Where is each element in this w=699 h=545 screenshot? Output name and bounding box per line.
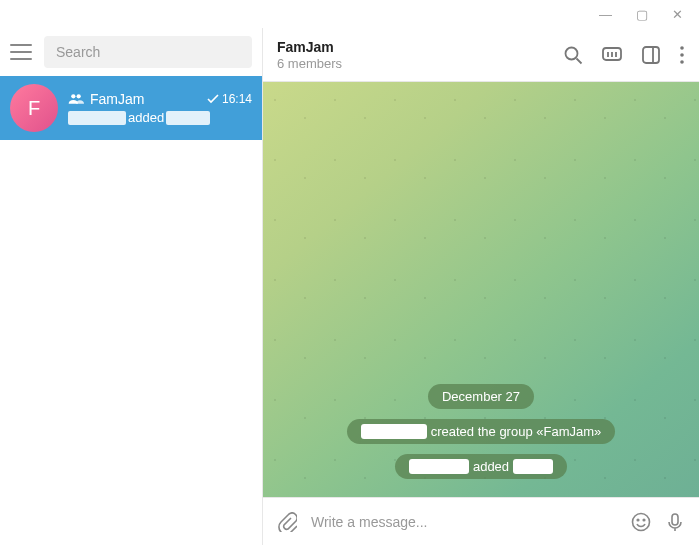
- chat-preview: added: [68, 110, 252, 125]
- window-maximize[interactable]: ▢: [636, 7, 648, 22]
- message-area: December 27 created the group «FamJam» a…: [263, 82, 699, 497]
- svg-point-9: [637, 519, 639, 521]
- redacted-name: [513, 459, 553, 474]
- svg-point-2: [566, 47, 578, 59]
- avatar: F: [10, 84, 58, 132]
- chat-item-famjam[interactable]: F FamJam 16:14 added: [0, 76, 262, 140]
- chat-list: F FamJam 16:14 added: [0, 76, 262, 545]
- composer: Write a message...: [263, 497, 699, 545]
- svg-point-7: [680, 60, 684, 64]
- svg-rect-11: [672, 514, 678, 525]
- window-minimize[interactable]: —: [599, 7, 612, 22]
- streaming-icon[interactable]: [601, 45, 623, 65]
- redacted-name: [166, 111, 210, 125]
- voice-icon[interactable]: [665, 512, 685, 532]
- search-icon[interactable]: [563, 45, 583, 65]
- more-icon[interactable]: [679, 45, 685, 65]
- chat-title: FamJam: [277, 39, 563, 55]
- search-input[interactable]: Search: [44, 36, 252, 68]
- message-input[interactable]: Write a message...: [311, 514, 617, 530]
- redacted-name: [68, 111, 126, 125]
- redacted-name: [361, 424, 427, 439]
- chat-header: FamJam 6 members: [263, 28, 699, 82]
- service-message-created: created the group «FamJam»: [347, 419, 616, 444]
- chat-header-info[interactable]: FamJam 6 members: [277, 39, 563, 71]
- attach-icon[interactable]: [277, 512, 297, 532]
- window-close[interactable]: ✕: [672, 7, 683, 22]
- group-icon: [68, 93, 84, 105]
- chat-name: FamJam: [90, 91, 144, 107]
- svg-point-10: [643, 519, 645, 521]
- svg-point-1: [77, 94, 81, 98]
- window-titlebar: — ▢ ✕: [0, 0, 699, 28]
- menu-icon[interactable]: [10, 44, 32, 60]
- check-icon: [207, 94, 219, 104]
- date-separator: December 27: [428, 384, 534, 409]
- svg-point-8: [633, 513, 650, 530]
- service-message-added: added: [395, 454, 567, 479]
- svg-rect-4: [643, 47, 659, 63]
- emoji-icon[interactable]: [631, 512, 651, 532]
- sidebar: Search F FamJam 16:14: [0, 28, 262, 545]
- chat-subtitle: 6 members: [277, 56, 563, 71]
- svg-point-6: [680, 53, 684, 57]
- chat-time: 16:14: [207, 92, 252, 106]
- sidepanel-icon[interactable]: [641, 45, 661, 65]
- svg-point-5: [680, 46, 684, 50]
- svg-point-0: [71, 94, 75, 98]
- redacted-name: [409, 459, 469, 474]
